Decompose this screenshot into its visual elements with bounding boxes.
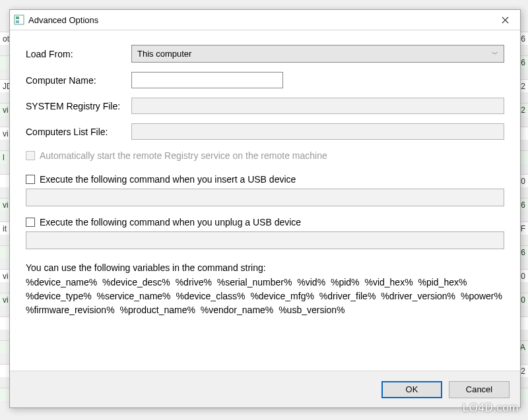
svg-rect-1 [16,16,19,19]
cancel-button[interactable]: Cancel [449,381,510,398]
close-icon [502,16,509,24]
dialog-title: Advanced Options [28,15,98,25]
auto-start-registry-label: Automatically start the remote Registry … [40,150,327,161]
load-from-value: This computer [137,49,191,59]
dialog-footer: OK Cancel [10,371,520,407]
exec-on-unplug-checkbox[interactable] [26,218,35,227]
computers-list-input [131,123,504,140]
exec-on-unplug-label: Execute the following command when you u… [40,217,301,227]
watermark: LO4D.com [463,402,519,415]
svg-rect-2 [16,20,19,23]
variables-list: %device_name% %device_desc% %drive% %ser… [26,276,504,317]
load-from-label: Load From: [26,49,131,59]
exec-on-insert-label: Execute the following command when you i… [40,174,296,185]
chevron-down-icon: ﹀ [492,49,498,59]
system-registry-label: SYSTEM Registry File: [26,101,131,111]
close-button[interactable] [490,10,520,30]
dialog-content: Load From: This computer ﹀ Computer Name… [10,30,520,371]
computers-list-label: Computers List File: [26,127,131,137]
titlebar: Advanced Options [10,10,520,30]
app-icon [14,15,24,25]
computer-name-label: Computer Name: [26,75,131,86]
exec-on-insert-checkbox[interactable] [26,175,35,184]
variables-help-intro: You can use the following variables in t… [26,261,504,274]
exec-on-unplug-command-input[interactable] [26,231,504,249]
load-from-select[interactable]: This computer ﹀ [131,45,504,63]
advanced-options-dialog: Advanced Options Load From: This compute… [9,9,521,408]
system-registry-input [131,98,504,114]
computer-name-input[interactable] [131,72,283,88]
auto-start-registry-checkbox [26,151,35,160]
ok-button[interactable]: OK [381,381,442,398]
exec-on-insert-command-input[interactable] [26,189,504,206]
